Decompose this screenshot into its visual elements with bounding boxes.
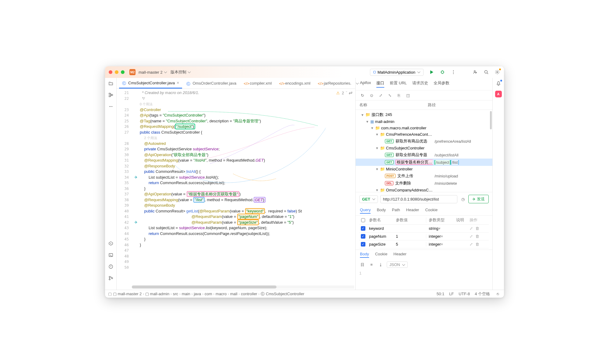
breadcrumb-item[interactable]: Ⓒ CmsSubjectController [261,292,304,296]
tab-jarrepo[interactable]: </>jarRepositories. [315,78,354,89]
tab-cookie[interactable]: Cookie [425,208,437,214]
project-selector[interactable]: mall-master 2 [138,69,167,76]
wrap-icon[interactable]: ≡ [368,262,375,268]
git-icon[interactable] [108,275,114,281]
method-select[interactable]: GET [359,195,378,203]
api-gutter-icon[interactable]: ✈ [132,175,140,180]
breadcrumb-item[interactable]: com [205,292,212,296]
param-checkbox[interactable]: ✓ [361,234,365,239]
run-icon[interactable] [428,69,435,75]
tree-row[interactable]: ▾📁 MinioController [356,166,492,172]
expand-icon[interactable]: ⤢ [470,242,473,247]
line-ending[interactable]: LF [449,292,454,296]
tab-apifox[interactable]: Apifox [360,80,371,88]
param-name[interactable]: keyword [369,226,393,231]
breadcrumb-item[interactable]: java [194,292,201,296]
api-tree[interactable]: ▾📁 接口数: 245▾▦ mall-admin▾📁 com.macro.mal… [356,110,492,192]
tab-cmssubject[interactable]: ⒸCmsSubjectController.java× [119,78,182,89]
breadcrumb[interactable]: ▢ mall-master 2 › ▢ mall-admin › src › m… [113,291,304,297]
tree-row[interactable]: POST文件上传/minio/upload [356,172,492,180]
run-config-selector[interactable]: MallAdminApplication [370,69,424,76]
send-button[interactable]: ✈发送 [468,195,489,203]
encoding[interactable]: UTF-8 [459,292,470,296]
more-tool-icon[interactable] [108,103,114,110]
tree-view-icon[interactable]: ⽬ [359,262,365,268]
tree-row[interactable]: GET获取全部商品专题/subject/listAll [356,151,492,159]
maximize-window[interactable] [121,70,125,74]
tab-omsorder[interactable]: ⒸOmsOrderController.java [183,78,239,89]
locate-icon[interactable]: ⊙ [368,92,375,98]
breadcrumb-item[interactable]: controller [241,292,257,296]
expand-icon[interactable]: ⤢ [470,226,473,231]
code-editor[interactable]: ⚠2 ˇ ⇅ 212223242526272829303132333435363… [117,89,355,285]
tab-query[interactable]: Query [360,208,371,214]
param-value[interactable]: 5 [396,242,426,247]
tab-body[interactable]: Body [377,208,386,214]
editor-h-scrollbar[interactable] [132,285,354,289]
lock-icon[interactable]: ⎋ [495,291,501,297]
search-icon[interactable] [483,69,489,75]
delete-icon[interactable]: 🗑 [475,226,479,231]
param-type[interactable]: integer ▾ [429,242,454,247]
resp-tab-header[interactable]: Header [393,252,407,258]
project-tool-icon[interactable] [108,80,114,86]
cwm-icon[interactable] [472,69,478,75]
tab-history[interactable]: 请求历史 [412,80,428,88]
caret-pos[interactable]: 50:1 [437,292,444,296]
problems-icon[interactable] [108,264,114,270]
structure-tool-icon[interactable] [108,92,114,98]
param-type[interactable]: integer ▾ [429,234,454,239]
param-checkbox[interactable]: ✓ [361,242,365,247]
select-all-cb[interactable] [361,218,365,222]
refresh-icon[interactable]: ↻ [359,92,365,98]
settings-icon[interactable] [494,69,500,75]
vcs-menu[interactable]: 版本控制 [170,68,191,76]
more-icon[interactable] [450,69,456,75]
terminal-icon[interactable] [108,252,114,258]
history-icon[interactable]: ◷ [460,196,466,202]
tree-row[interactable]: ▾📁 OmsCompanyAddressContr [356,187,492,192]
debug-icon[interactable] [439,69,445,75]
minimize-window[interactable] [115,70,118,74]
services-icon[interactable] [108,240,114,247]
tab-header[interactable]: Header [406,208,419,214]
apifox-tool-icon[interactable]: A [495,91,502,97]
format-select[interactable]: JSON [387,261,408,268]
tree-row[interactable]: GET获取所有商品优选/prefrenceArea/listAll [356,138,492,145]
panel-icon[interactable]: ◫ [405,92,411,98]
tab-global-params[interactable]: 全局参数 [434,80,449,88]
param-value[interactable]: 1 [396,234,426,239]
tab-prefix-url[interactable]: 前置 URL [390,80,407,88]
breadcrumb-item[interactable]: src [173,292,178,296]
tree-row[interactable]: ▾📁 CmsSubjectController [356,145,492,151]
tree-row[interactable]: DEL文件删除/minio/delete [356,180,492,187]
param-type[interactable]: string ▾ [429,226,454,231]
notifications-icon[interactable] [495,80,502,86]
tree-row[interactable]: ▾📁 com.macro.mall.controller [356,125,492,131]
api-gutter-icon[interactable]: ✈ [132,220,140,226]
delete-icon[interactable]: 🗑 [475,242,479,247]
expand-icon[interactable]: ⤢ [470,234,473,239]
tab-compiler[interactable]: </>compiler.xml [241,78,275,89]
close-window[interactable] [109,70,112,74]
close-icon[interactable]: × [177,80,179,85]
tree-row[interactable]: ▾📁 CmsPrefrenceAreaControlle [356,131,492,138]
tab-path[interactable]: Path [392,208,400,214]
param-checkbox[interactable]: ✓ [361,226,365,231]
tree-scrollbar[interactable] [490,111,492,129]
breadcrumb-item[interactable]: macro [216,292,227,296]
tab-encodings[interactable]: </>encodings.xml [276,78,313,89]
tree-row[interactable]: ▾▦ mall-admin [356,118,492,125]
response-body[interactable]: 1 [356,270,492,290]
param-name[interactable]: pageSize [369,242,393,247]
tree-row[interactable]: ▾📁 接口数: 245 [356,111,492,118]
expand-icon[interactable]: ⤢ [378,92,384,98]
indent[interactable]: 4 个空格 [475,291,490,297]
tab-interfaces[interactable]: 接口 [376,80,384,88]
param-name[interactable]: pageNum [369,234,393,239]
tree-row[interactable]: GET根据专题名称分页获取商/subject/list [356,159,492,166]
collapse-icon[interactable]: ⤡ [387,92,393,98]
breadcrumb-item[interactable]: mall [230,292,238,296]
download-icon[interactable]: ⭳ [378,262,384,268]
resp-tab-cookie[interactable]: Cookie [375,252,387,258]
